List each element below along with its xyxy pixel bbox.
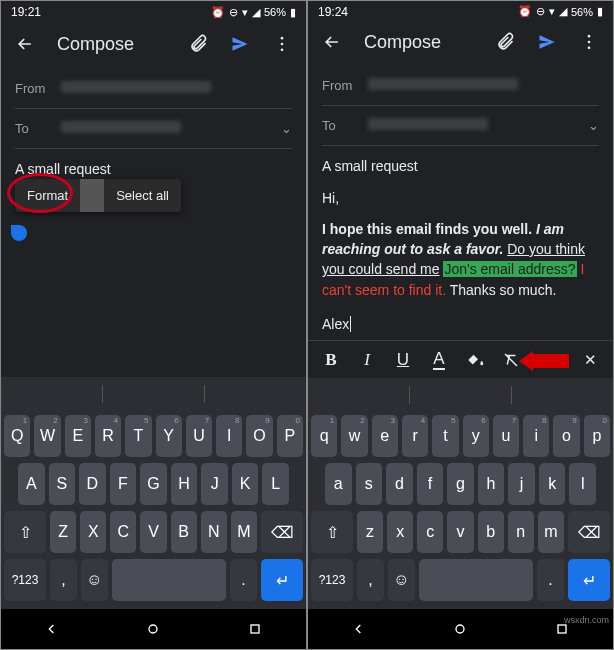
fmt-italic[interactable]: I (350, 343, 384, 377)
key-b[interactable]: B (171, 511, 197, 553)
send-button[interactable] (222, 26, 258, 62)
key-e[interactable]: e3 (372, 415, 398, 457)
backspace-key[interactable]: ⌫ (261, 511, 303, 553)
key-u[interactable]: U7 (186, 415, 212, 457)
nav-home[interactable] (440, 609, 480, 649)
key-t[interactable]: t5 (432, 415, 458, 457)
key-a[interactable]: a (325, 463, 352, 505)
key-o[interactable]: O9 (246, 415, 272, 457)
key-w[interactable]: w2 (341, 415, 367, 457)
key-f[interactable]: f (417, 463, 444, 505)
emoji-key[interactable]: ☺ (81, 559, 108, 601)
key-m[interactable]: M (231, 511, 257, 553)
enter-key[interactable]: ↵ (568, 559, 610, 601)
text-cursor-handle[interactable] (11, 225, 27, 241)
ctx-selectall[interactable]: Select all (104, 179, 181, 212)
key-s[interactable]: S (49, 463, 76, 505)
key-v[interactable]: V (140, 511, 166, 553)
key-d[interactable]: d (386, 463, 413, 505)
fmt-textcolor[interactable]: A (422, 343, 456, 377)
key-c[interactable]: C (110, 511, 136, 553)
key-r[interactable]: R4 (95, 415, 121, 457)
email-body[interactable]: Hi, I hope this email finds you well. I … (308, 182, 613, 340)
symbols-key[interactable]: ?123 (311, 559, 353, 601)
chevron-down-icon[interactable]: ⌄ (583, 118, 599, 133)
nav-back[interactable] (32, 609, 72, 649)
to-row[interactable]: To ⌄ (15, 109, 292, 149)
key-n[interactable]: N (201, 511, 227, 553)
back-button[interactable] (7, 26, 43, 62)
email-body[interactable] (1, 185, 306, 377)
key-i[interactable]: I8 (216, 415, 242, 457)
key-p[interactable]: p0 (584, 415, 610, 457)
key-g[interactable]: G (140, 463, 167, 505)
key-s[interactable]: s (356, 463, 383, 505)
period-key[interactable]: . (230, 559, 257, 601)
key-y[interactable]: Y6 (156, 415, 182, 457)
key-j[interactable]: j (508, 463, 535, 505)
fmt-clear[interactable] (494, 343, 528, 377)
key-c[interactable]: c (417, 511, 443, 553)
key-a[interactable]: A (18, 463, 45, 505)
key-d[interactable]: D (79, 463, 106, 505)
key-h[interactable]: h (478, 463, 505, 505)
key-n[interactable]: n (508, 511, 534, 553)
nav-home[interactable] (133, 609, 173, 649)
to-row[interactable]: To ⌄ (322, 106, 599, 146)
nav-recent[interactable] (235, 609, 275, 649)
ctx-format[interactable]: Format (15, 179, 80, 212)
key-x[interactable]: X (80, 511, 106, 553)
attach-button[interactable] (487, 24, 523, 60)
key-z[interactable]: z (357, 511, 383, 553)
emoji-key[interactable]: ☺ (388, 559, 415, 601)
nav-back[interactable] (339, 609, 379, 649)
back-button[interactable] (314, 24, 350, 60)
key-f[interactable]: F (110, 463, 137, 505)
key-h[interactable]: H (171, 463, 198, 505)
fmt-close[interactable]: ✕ (573, 343, 607, 377)
key-v[interactable]: v (447, 511, 473, 553)
key-p[interactable]: P0 (277, 415, 303, 457)
key-r[interactable]: r4 (402, 415, 428, 457)
space-key[interactable] (419, 559, 533, 601)
comma-key[interactable]: , (50, 559, 77, 601)
key-m[interactable]: m (538, 511, 564, 553)
fmt-fillcolor[interactable] (458, 343, 492, 377)
overflow-button[interactable] (264, 26, 300, 62)
key-j[interactable]: J (201, 463, 228, 505)
key-x[interactable]: x (387, 511, 413, 553)
fmt-bold[interactable]: B (314, 343, 348, 377)
send-button[interactable] (529, 24, 565, 60)
key-b[interactable]: b (478, 511, 504, 553)
key-u[interactable]: u7 (493, 415, 519, 457)
symbols-key[interactable]: ?123 (4, 559, 46, 601)
from-row[interactable]: From (15, 69, 292, 109)
period-key[interactable]: . (537, 559, 564, 601)
key-z[interactable]: Z (50, 511, 76, 553)
key-e[interactable]: E3 (65, 415, 91, 457)
from-row[interactable]: From (322, 66, 599, 106)
key-o[interactable]: o9 (553, 415, 579, 457)
key-i[interactable]: i8 (523, 415, 549, 457)
key-g[interactable]: g (447, 463, 474, 505)
overflow-button[interactable] (571, 24, 607, 60)
shift-key[interactable]: ⇧ (4, 511, 46, 553)
key-k[interactable]: K (232, 463, 259, 505)
attach-button[interactable] (180, 26, 216, 62)
comma-key[interactable]: , (357, 559, 384, 601)
space-key[interactable] (112, 559, 226, 601)
backspace-key[interactable]: ⌫ (568, 511, 610, 553)
key-l[interactable]: L (262, 463, 289, 505)
key-t[interactable]: T5 (125, 415, 151, 457)
key-l[interactable]: l (569, 463, 596, 505)
chevron-down-icon[interactable]: ⌄ (276, 121, 292, 136)
fmt-underline[interactable]: U (386, 343, 420, 377)
key-w[interactable]: W2 (34, 415, 60, 457)
shift-key[interactable]: ⇧ (311, 511, 353, 553)
enter-key[interactable]: ↵ (261, 559, 303, 601)
subject-field[interactable]: A small request (308, 146, 613, 182)
key-q[interactable]: q1 (311, 415, 337, 457)
key-k[interactable]: k (539, 463, 566, 505)
key-y[interactable]: y6 (463, 415, 489, 457)
key-q[interactable]: Q1 (4, 415, 30, 457)
